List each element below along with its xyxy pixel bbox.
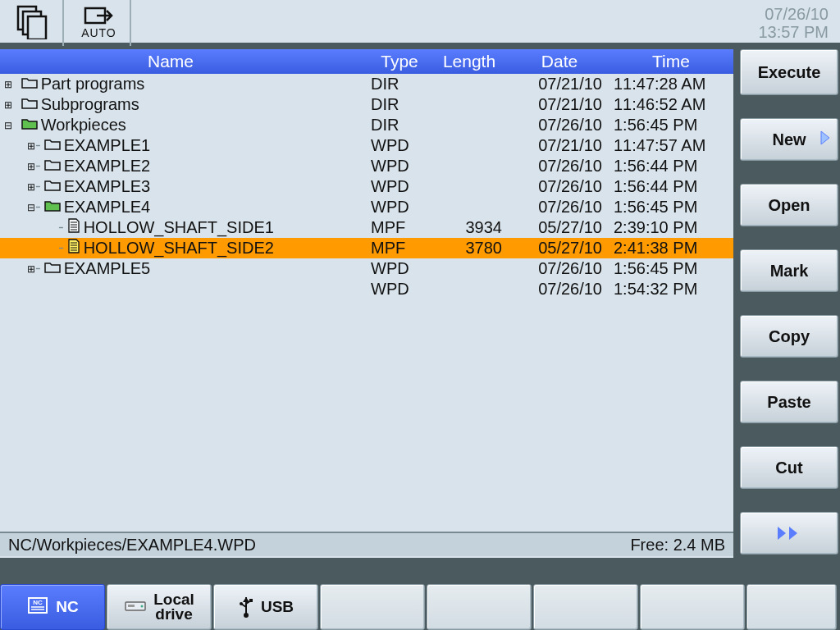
expand-icon[interactable]: ⊞	[3, 99, 13, 111]
softkey-bottom-8[interactable]	[746, 584, 837, 630]
file-browser: Name Type Length Date Time ⊞ Part progra…	[0, 49, 733, 558]
row-time: 1:56:45 PM	[609, 116, 733, 135]
row-type: WPD	[371, 259, 428, 278]
folder-icon	[44, 259, 61, 278]
row-type: WPD	[371, 177, 428, 196]
table-row[interactable]: ⊞╴ EXAMPLE5WPD07/26/101:56:45 PM	[0, 258, 733, 279]
table-row[interactable]: ╴ HOLLOW_SHAFT_SIDE1MPF393405/27/102:39:…	[0, 217, 733, 238]
open-button[interactable]: Open	[740, 184, 838, 226]
row-type: WPD	[371, 280, 428, 299]
table-row[interactable]: ⊞╴ EXAMPLE2WPD07/26/101:56:44 PM	[0, 156, 733, 176]
row-type: MPF	[371, 239, 428, 258]
table-row[interactable]: WPD07/26/101:54:32 PM	[0, 279, 733, 299]
double-chevron-right-icon	[774, 523, 804, 543]
table-row[interactable]: ⊟╴ EXAMPLE4WPD07/26/101:56:45 PM	[0, 197, 733, 217]
expand-icon[interactable]: ⊞	[26, 181, 36, 193]
row-date: 07/26/10	[510, 198, 609, 217]
new-button[interactable]: New	[740, 118, 838, 161]
softkey-bottom-4[interactable]	[320, 584, 425, 630]
row-time: 2:41:38 PM	[609, 239, 733, 258]
auto-label: AUTO	[80, 26, 116, 39]
svg-point-18	[141, 605, 144, 607]
local-drive-button[interactable]: Local drive	[107, 584, 212, 630]
datetime: 07/26/10 13:57 PM	[758, 5, 829, 41]
row-type: WPD	[371, 157, 428, 176]
execute-button[interactable]: Execute	[740, 49, 838, 95]
expand-icon[interactable]: ⊞	[26, 161, 36, 172]
softkey-bottom-5[interactable]	[427, 584, 532, 630]
row-length: 3780	[428, 239, 510, 258]
softkey-column-right: Execute New Open Mark Copy Paste Cut	[735, 49, 840, 574]
softkey-bottom-6[interactable]	[533, 584, 638, 630]
row-date: 05/27/10	[510, 239, 609, 258]
collapse-icon[interactable]: ⊟	[3, 120, 13, 131]
nc-drive-button[interactable]: NC NC	[0, 584, 105, 630]
table-row[interactable]: ⊞ Part programsDIR07/21/1011:47:28 AM	[0, 74, 733, 94]
tree-spacer	[49, 222, 59, 234]
folder-icon	[21, 95, 38, 114]
copy-button[interactable]: Copy	[740, 315, 838, 358]
top-bar: AUTO 07/26/10 13:57 PM	[0, 0, 840, 46]
expand-icon[interactable]: ⊞	[26, 140, 36, 152]
header-time: 13:57 PM	[758, 23, 829, 41]
table-header: Name Type Length Date Time	[0, 49, 733, 74]
row-time: 1:56:45 PM	[609, 198, 733, 217]
row-name: EXAMPLE4	[64, 198, 151, 217]
documents-icon	[0, 0, 64, 46]
auto-mode-button[interactable]: AUTO	[67, 0, 131, 46]
row-type: WPD	[371, 136, 428, 155]
table-row[interactable]: ⊞╴ EXAMPLE1WPD07/21/1011:47:57 AM	[0, 135, 733, 156]
row-name: HOLLOW_SHAFT_SIDE1	[84, 218, 274, 237]
table-row[interactable]: ╴ HOLLOW_SHAFT_SIDE2MPF378005/27/102:41:…	[0, 238, 733, 258]
folder-icon	[21, 116, 38, 135]
row-time: 11:47:57 AM	[609, 136, 733, 155]
row-date: 07/21/10	[510, 136, 609, 155]
status-free: Free: 2.4 MB	[630, 536, 725, 555]
expand-icon[interactable]: ⊞	[26, 263, 36, 275]
row-type: WPD	[371, 198, 428, 217]
row-name: EXAMPLE3	[64, 177, 151, 196]
cut-button[interactable]: Cut	[740, 446, 838, 489]
more-button[interactable]	[740, 512, 838, 555]
softkey-row-bottom: NC NC Local drive	[0, 581, 840, 630]
svg-rect-2	[28, 16, 46, 39]
file-icon	[67, 218, 80, 237]
row-time: 11:46:52 AM	[609, 95, 733, 114]
table-row[interactable]: ⊞ SubprogramsDIR07/21/1011:46:52 AM	[0, 94, 733, 115]
svg-point-21	[240, 602, 243, 605]
row-date: 07/26/10	[510, 280, 609, 299]
row-name: EXAMPLE2	[64, 157, 151, 176]
row-name: EXAMPLE1	[64, 136, 151, 155]
expand-icon[interactable]: ⊞	[3, 79, 13, 90]
row-date: 07/26/10	[510, 116, 609, 135]
row-time: 1:54:32 PM	[609, 280, 733, 299]
status-bar: NC/Workpieces/EXAMPLE4.WPD Free: 2.4 MB	[0, 532, 733, 556]
row-length: 3934	[428, 218, 510, 237]
tree-spacer	[49, 243, 59, 254]
table-row[interactable]: ⊞╴ EXAMPLE3WPD07/26/101:56:44 PM	[0, 176, 733, 197]
collapse-icon[interactable]: ⊟	[26, 202, 36, 213]
svg-rect-17	[128, 605, 135, 607]
row-type: DIR	[371, 95, 428, 114]
table-row[interactable]: ⊟ WorkpiecesDIR07/26/101:56:45 PM	[0, 115, 733, 135]
row-date: 07/26/10	[510, 259, 609, 278]
usb-icon	[238, 592, 254, 623]
folder-icon	[44, 177, 61, 196]
row-time: 2:39:10 PM	[609, 218, 733, 237]
row-date: 07/21/10	[510, 95, 609, 114]
row-time: 1:56:45 PM	[609, 259, 733, 278]
mark-button[interactable]: Mark	[740, 249, 838, 292]
softkey-bottom-7[interactable]	[640, 584, 745, 630]
row-date: 05/27/10	[510, 218, 609, 237]
col-date: Date	[510, 52, 609, 71]
svg-text:NC: NC	[33, 599, 43, 606]
chevron-right-icon	[819, 130, 831, 150]
row-date: 07/26/10	[510, 177, 609, 196]
tree-spacer	[26, 284, 36, 295]
usb-drive-button[interactable]: USB	[213, 584, 318, 630]
paste-button[interactable]: Paste	[740, 381, 838, 423]
folder-icon	[44, 198, 61, 217]
row-type: DIR	[371, 116, 428, 135]
row-date: 07/26/10	[510, 157, 609, 176]
col-length: Length	[428, 52, 510, 71]
